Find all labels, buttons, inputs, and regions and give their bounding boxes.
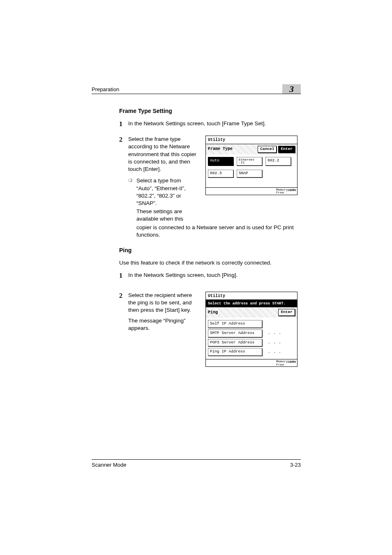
step-2-main: Select the frame type according to the N… (128, 136, 196, 172)
ping-step-1-text: In the Network Settings screen, touch [P… (128, 272, 238, 278)
frame-type-panel: Utility Frame Type Cancel Enter Auto Eth… (205, 136, 297, 195)
memory-free-label: Memory Free (276, 360, 288, 366)
pop3-server-address-row[interactable]: POP3 Server Address ... (208, 339, 295, 347)
panel2-banner: Select the address and press START. (206, 300, 297, 307)
self-ip-address-label: Self IP Address (208, 320, 262, 328)
frame-type-heading: Frame Type Setting (119, 108, 301, 114)
panel1-footer: Memory Free 100% (206, 187, 297, 195)
ping-panel: Utility Select the address and press STA… (205, 292, 297, 367)
footer-right: 3-23 (290, 462, 301, 468)
dots-icon: ... (265, 349, 284, 355)
option-snap[interactable]: SNAP (237, 170, 262, 177)
memory-free-percent: 100% (288, 360, 296, 366)
step-1: In the Network Settings screen, touch [F… (119, 120, 301, 127)
panel1-header-row: Frame Type Cancel Enter (206, 144, 297, 154)
option-802-2[interactable]: 802.2 (265, 157, 291, 166)
option-auto[interactable]: Auto (208, 157, 233, 166)
panel2-title: Utility (206, 292, 297, 300)
panel1-title: Utility (206, 136, 297, 144)
footer-rule (92, 459, 301, 460)
panel2-header-row: Ping Enter (206, 307, 297, 318)
frame-type-steps: In the Network Settings screen, touch [F… (119, 120, 301, 239)
panel2-body: Self IP Address SMTP Server Address ... … (206, 318, 297, 359)
page: Preparation 3 Frame Type Setting In the … (0, 0, 392, 555)
step-2-sub-b: These settings are available when this (128, 208, 198, 223)
memory-free-percent: 100% (288, 188, 296, 194)
option-802-3[interactable]: 802.3 (208, 170, 233, 177)
panel2-footer: Memory Free 100% (206, 359, 297, 366)
ping-step-2-main: Select the recipient where the ping is t… (128, 292, 192, 313)
self-ip-address-row[interactable]: Self IP Address (208, 320, 295, 328)
ping-heading: Ping (119, 247, 301, 253)
step-2-text-column: Select the frame type according to the N… (128, 136, 198, 223)
panel1-row-label: Frame Type (208, 146, 256, 152)
step-2-sub-a: Select a type from “Auto”, “Ethernet-II”… (128, 177, 198, 207)
body-column: Frame Type Setting In the Network Settin… (119, 108, 301, 375)
ping-ip-address-label: Ping IP Address (208, 348, 262, 356)
step-2: Select the frame type according to the N… (119, 136, 301, 239)
ping-step-2: Select the recipient where the ping is t… (119, 292, 301, 367)
ping-step-1: In the Network Settings screen, touch [P… (119, 272, 301, 279)
footer-left: Scanner Mode (92, 462, 127, 468)
memory-free-label: Memory Free (276, 188, 288, 194)
ping-step-2-note: The message “Pinging” appears. (128, 317, 198, 332)
panel1-body: Auto Ethernet -II 802.2 802.3 SNAP (206, 154, 297, 187)
enter-button[interactable]: Enter (278, 146, 295, 153)
dots-icon: ... (265, 330, 284, 336)
dots-icon: ... (265, 340, 284, 345)
panel2-row-label: Ping (208, 310, 277, 315)
header-rule (92, 94, 301, 94)
chapter-number-box: 3 (282, 84, 301, 94)
cancel-button[interactable]: Cancel (258, 146, 277, 153)
ping-ip-address-row[interactable]: Ping IP Address ... (208, 348, 295, 356)
ping-step-2-text-column: Select the recipient where the ping is t… (128, 292, 198, 332)
option-ethernet-ii[interactable]: Ethernet -II (237, 157, 262, 166)
smtp-server-address-row[interactable]: SMTP Server Address ... (208, 329, 295, 337)
panel2-enter-button[interactable]: Enter (278, 309, 295, 316)
smtp-server-address-label: SMTP Server Address (208, 329, 262, 337)
section-header: Preparation (92, 86, 119, 92)
step-2-tail: copier is connected to a Netware server … (128, 224, 301, 239)
ping-steps: In the Network Settings screen, touch [P… (119, 272, 301, 367)
ping-intro: Use this feature to check if the network… (119, 259, 301, 267)
step-1-text: In the Network Settings screen, touch [F… (128, 120, 266, 127)
pop3-server-address-label: POP3 Server Address (208, 339, 262, 347)
